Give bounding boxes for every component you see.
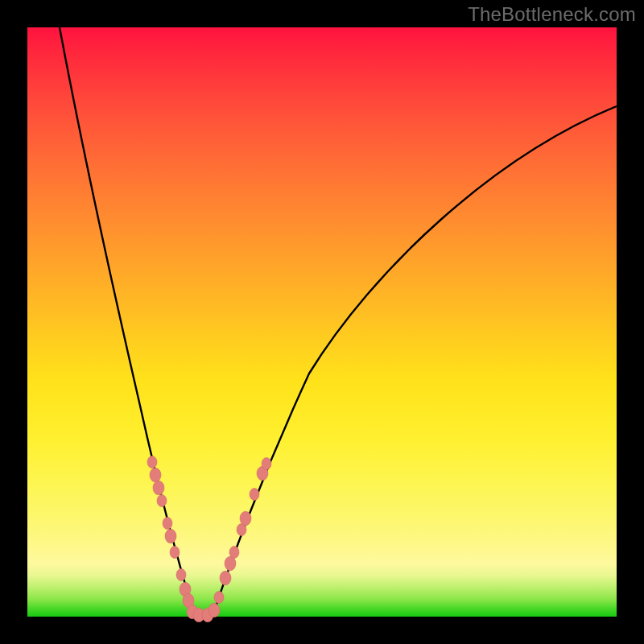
marker-dot xyxy=(225,556,236,571)
marker-dot xyxy=(157,495,167,507)
markers-group xyxy=(147,456,271,622)
marker-dot xyxy=(150,468,161,482)
marker-dot xyxy=(176,569,186,581)
chart-svg xyxy=(27,27,617,617)
marker-dot xyxy=(240,511,251,526)
curve-right-branch xyxy=(213,106,617,617)
marker-dot xyxy=(170,547,180,559)
marker-dot xyxy=(229,547,239,559)
marker-dot xyxy=(147,456,157,469)
marker-dot xyxy=(165,529,176,543)
curve-left-branch xyxy=(60,27,195,617)
marker-dot xyxy=(208,603,220,617)
marker-dot xyxy=(262,458,271,470)
marker-dot xyxy=(220,571,231,585)
marker-dot xyxy=(250,489,259,501)
marker-dot xyxy=(163,518,172,530)
marker-dot xyxy=(153,481,164,495)
marker-dot xyxy=(214,592,224,604)
attribution-watermark: TheBottleneck.com xyxy=(468,3,636,26)
outer-frame: TheBottleneck.com xyxy=(0,0,644,644)
